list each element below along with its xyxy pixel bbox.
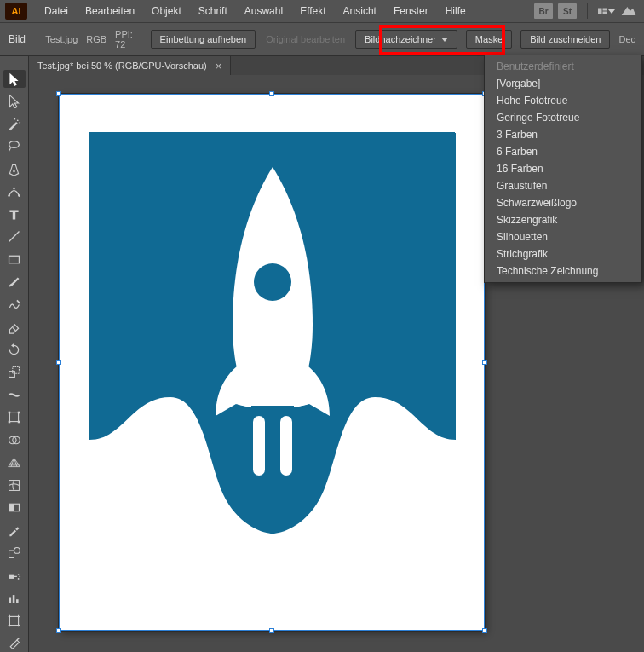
svg-point-5 bbox=[14, 118, 16, 119]
linked-filename: Test.jpg bbox=[45, 34, 78, 44]
preset-sketch[interactable]: Skizzengrafik bbox=[485, 211, 641, 228]
control-mode-label: Bild bbox=[9, 33, 26, 45]
image-trace-presets-dropdown: Benutzerdefiniert [Vorgabe] Hohe Fototre… bbox=[484, 55, 642, 283]
control-bar: Bild Test.jpg RGB PPI: 72 Einbettung auf… bbox=[0, 22, 644, 56]
perspective-grid-tool-icon[interactable] bbox=[3, 454, 26, 472]
mask-button[interactable]: Maske bbox=[466, 30, 512, 49]
pen-tool-icon[interactable] bbox=[3, 160, 26, 178]
menu-view[interactable]: Ansicht bbox=[335, 0, 385, 22]
document-tab-title: Test.jpg* bei 50 % (RGB/GPU-Vorschau) bbox=[37, 61, 207, 71]
svg-rect-31 bbox=[13, 595, 15, 603]
width-tool-icon[interactable] bbox=[3, 386, 26, 404]
svg-point-3 bbox=[17, 119, 19, 121]
preset-bw-logo[interactable]: Schwarzweißlogo bbox=[485, 194, 641, 211]
rectangle-tool-icon[interactable] bbox=[3, 251, 26, 268]
direct-selection-tool-icon[interactable] bbox=[3, 93, 26, 111]
selection-tool-icon[interactable] bbox=[3, 70, 26, 88]
eraser-tool-icon[interactable] bbox=[3, 319, 26, 337]
menu-type[interactable]: Schrift bbox=[190, 0, 236, 22]
lasso-tool-icon[interactable] bbox=[3, 138, 26, 156]
arrange-documents-icon[interactable] bbox=[598, 4, 615, 18]
color-mode-label: RGB bbox=[86, 34, 106, 44]
svg-point-27 bbox=[18, 574, 20, 575]
svg-rect-30 bbox=[9, 598, 12, 603]
free-transform-tool-icon[interactable] bbox=[3, 409, 26, 427]
svg-point-9 bbox=[13, 188, 15, 190]
shape-builder-tool-icon[interactable] bbox=[3, 431, 26, 449]
svg-rect-1 bbox=[603, 9, 607, 11]
svg-rect-26 bbox=[9, 574, 14, 578]
gradient-tool-icon[interactable] bbox=[3, 499, 26, 517]
type-tool-icon[interactable] bbox=[3, 205, 26, 223]
menu-help[interactable]: Hilfe bbox=[437, 0, 474, 22]
stock-badge-icon[interactable]: St bbox=[558, 3, 577, 19]
svg-point-8 bbox=[18, 195, 20, 198]
artboard[interactable] bbox=[59, 94, 485, 631]
column-graph-tool-icon[interactable] bbox=[3, 590, 26, 608]
preset-3-colors[interactable]: 3 Farben bbox=[485, 126, 641, 143]
scale-tool-icon[interactable] bbox=[3, 364, 26, 382]
svg-rect-33 bbox=[9, 616, 18, 625]
preset-technical[interactable]: Technische Zeichnung bbox=[485, 263, 641, 280]
menu-object[interactable]: Objekt bbox=[143, 0, 190, 22]
preset-default[interactable]: [Vorgabe] bbox=[485, 75, 641, 92]
svg-rect-16 bbox=[18, 412, 20, 414]
svg-rect-11 bbox=[9, 256, 20, 263]
menu-select[interactable]: Auswahl bbox=[236, 0, 291, 22]
menu-file[interactable]: Datei bbox=[36, 0, 77, 22]
image-trace-button[interactable]: Bildnachzeichner bbox=[355, 30, 457, 49]
svg-line-10 bbox=[9, 232, 20, 242]
preset-6-colors[interactable]: 6 Farben bbox=[485, 143, 641, 160]
crop-image-button[interactable]: Bild zuschneiden bbox=[520, 30, 610, 49]
dropdown-header: Benutzerdefiniert bbox=[485, 58, 641, 75]
unembed-button[interactable]: Einbettung aufheben bbox=[151, 30, 256, 49]
svg-point-7 bbox=[8, 195, 10, 198]
preset-low-fidelity[interactable]: Geringe Fototreue bbox=[485, 109, 641, 126]
image-trace-label: Bildnachzeichner bbox=[365, 34, 436, 44]
close-tab-icon[interactable]: × bbox=[216, 60, 222, 72]
shaper-tool-icon[interactable] bbox=[3, 296, 26, 314]
tools-panel bbox=[0, 56, 29, 652]
placed-image[interactable] bbox=[89, 132, 455, 605]
ppi-label: PPI: 72 bbox=[115, 29, 133, 49]
preset-grayscale[interactable]: Graustufen bbox=[485, 177, 641, 194]
svg-rect-15 bbox=[9, 412, 11, 414]
svg-rect-36 bbox=[253, 416, 265, 476]
preset-high-fidelity[interactable]: Hohe Fototreue bbox=[485, 92, 641, 109]
preset-line-art[interactable]: Strichgrafik bbox=[485, 245, 641, 263]
svg-rect-21 bbox=[9, 480, 20, 490]
curvature-tool-icon[interactable] bbox=[3, 183, 26, 201]
svg-rect-13 bbox=[13, 367, 20, 374]
chevron-down-icon[interactable] bbox=[441, 38, 448, 42]
slice-tool-icon[interactable] bbox=[3, 635, 26, 653]
document-tab[interactable]: Test.jpg* bei 50 % (RGB/GPU-Vorschau) × bbox=[29, 56, 231, 75]
svg-rect-12 bbox=[9, 372, 15, 378]
paintbrush-tool-icon[interactable] bbox=[3, 274, 26, 291]
rotate-tool-icon[interactable] bbox=[3, 341, 26, 359]
mesh-tool-icon[interactable] bbox=[3, 476, 26, 494]
svg-point-25 bbox=[14, 548, 20, 554]
menu-window[interactable]: Fenster bbox=[385, 0, 437, 22]
svg-rect-2 bbox=[603, 12, 607, 14]
svg-rect-32 bbox=[16, 599, 19, 603]
artboard-tool-icon[interactable] bbox=[3, 612, 26, 630]
symbol-sprayer-tool-icon[interactable] bbox=[3, 567, 26, 585]
bridge-badge-icon[interactable]: Br bbox=[534, 3, 553, 19]
line-tool-icon[interactable] bbox=[3, 228, 26, 246]
menu-effect[interactable]: Effekt bbox=[291, 0, 334, 22]
truncated-button[interactable]: Dec bbox=[618, 34, 635, 44]
svg-point-28 bbox=[19, 575, 20, 577]
svg-rect-17 bbox=[9, 421, 11, 424]
magic-wand-tool-icon[interactable] bbox=[3, 115, 26, 133]
eyedropper-tool-icon[interactable] bbox=[3, 522, 26, 539]
blend-tool-icon[interactable] bbox=[3, 545, 26, 563]
preset-16-colors[interactable]: 16 Farben bbox=[485, 160, 641, 177]
edit-original-button: Original bearbeiten bbox=[264, 31, 347, 48]
svg-point-29 bbox=[18, 578, 20, 580]
gpu-preview-icon[interactable] bbox=[620, 4, 637, 18]
preset-silhouettes[interactable]: Silhouetten bbox=[485, 228, 641, 245]
svg-rect-23 bbox=[9, 505, 14, 512]
svg-point-6 bbox=[13, 170, 15, 173]
app-logo-icon: Ai bbox=[5, 3, 27, 20]
menu-edit[interactable]: Bearbeiten bbox=[77, 0, 143, 22]
